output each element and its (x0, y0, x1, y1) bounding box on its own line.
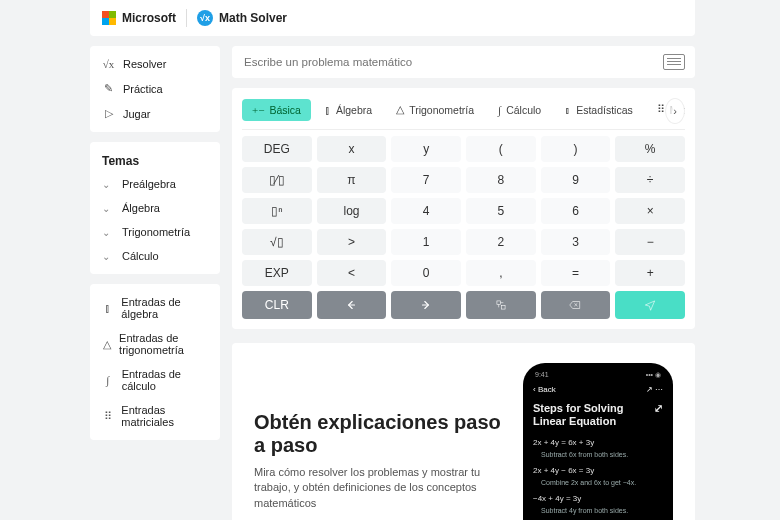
chevron-down-icon: ⌄ (102, 179, 110, 190)
sidebar: √x Resolver ✎ Práctica ▷ Jugar Temas ⌄ P… (90, 46, 220, 520)
key-[interactable]: + (615, 260, 685, 286)
tab-label: Cálculo (506, 104, 541, 116)
trig-icon: △ (396, 103, 404, 116)
chevron-down-icon: ⌄ (102, 251, 110, 262)
phone-step: Combine 2x and 6x to get −4x. (531, 477, 665, 492)
math-solver-logo[interactable]: √x Math Solver (197, 10, 287, 26)
calculator-card: +− Básica ⫿ Álgebra △ Trigonometría ∫ Cá… (232, 88, 695, 329)
keypad: DEGxy()%▯⁄▯π789÷▯ⁿlog456×√▯>123−EXP<0,=+ (242, 136, 685, 286)
search-input[interactable] (232, 46, 663, 78)
topic-label: Álgebra (122, 202, 160, 214)
key-exp[interactable]: EXP (242, 260, 312, 286)
sidebar-item-label: Práctica (123, 83, 163, 95)
key-[interactable]: π (317, 167, 387, 193)
tabs-scroll-right[interactable]: › (665, 98, 685, 124)
topic-calculo[interactable]: ⌄ Cálculo (90, 244, 220, 268)
phone-nav-icons: ↗ ⋯ (646, 385, 663, 394)
key-[interactable]: > (317, 229, 387, 255)
promo-title: Obtén explicaciones paso a paso (254, 411, 503, 457)
promo-card: Obtén explicaciones paso a paso Mira cóm… (232, 343, 695, 520)
topic-trigonometria[interactable]: ⌄ Trigonometría (90, 220, 220, 244)
key-[interactable]: ) (541, 136, 611, 162)
inputs-calculo[interactable]: ∫ Entradas de cálculo (90, 362, 220, 398)
svg-rect-1 (501, 306, 505, 310)
key-[interactable]: % (615, 136, 685, 162)
topic-prealgebra[interactable]: ⌄ Preálgebra (90, 172, 220, 196)
sidebar-nav-card: √x Resolver ✎ Práctica ▷ Jugar (90, 46, 220, 132)
main-content: +− Básica ⫿ Álgebra △ Trigonometría ∫ Cá… (232, 46, 695, 520)
key-[interactable]: < (317, 260, 387, 286)
chevron-down-icon: ⌄ (102, 203, 110, 214)
key-2[interactable]: 2 (466, 229, 536, 255)
inputs-matriciales[interactable]: ⠿ Entradas matriciales (90, 398, 220, 434)
key-4[interactable]: 4 (391, 198, 461, 224)
key-y[interactable]: y (391, 136, 461, 162)
topic-algebra[interactable]: ⌄ Álgebra (90, 196, 220, 220)
key-[interactable]: , (466, 260, 536, 286)
key-0[interactable]: 0 (391, 260, 461, 286)
tab-basica[interactable]: +− Básica (242, 99, 311, 121)
microsoft-icon (102, 11, 116, 25)
key-6[interactable]: 6 (541, 198, 611, 224)
trig-inputs-icon: △ (102, 338, 111, 351)
submit-icon (643, 298, 657, 312)
key-log[interactable]: log (317, 198, 387, 224)
key-8[interactable]: 8 (466, 167, 536, 193)
tab-estadisticas[interactable]: ⫾ Estadísticas (555, 99, 643, 121)
category-tabs: +− Básica ⫿ Álgebra △ Trigonometría ∫ Cá… (242, 98, 685, 130)
key-[interactable]: − (615, 229, 685, 255)
key-5[interactable]: 5 (466, 198, 536, 224)
matrices-icon: ⠿ (657, 103, 665, 116)
microsoft-logo[interactable]: Microsoft (102, 11, 176, 25)
submit-button[interactable] (615, 291, 685, 319)
topics-heading: Temas (90, 148, 220, 172)
key-[interactable]: = (541, 260, 611, 286)
arrow-right-button[interactable] (391, 291, 461, 319)
tab-algebra[interactable]: ⫿ Álgebra (315, 99, 382, 121)
phone-statusbar: 9:41 ••• ◉ (531, 371, 665, 383)
phone-nav: ‹ Back ↗ ⋯ (531, 383, 665, 400)
shuffle-button[interactable] (466, 291, 536, 319)
arrow-left-button[interactable] (317, 291, 387, 319)
separator (186, 9, 187, 27)
top-bar: Microsoft √x Math Solver (90, 0, 695, 36)
inputs-algebra[interactable]: ⫿ Entradas de álgebra (90, 290, 220, 326)
inputs-trigonometria[interactable]: △ Entradas de trigonometría (90, 326, 220, 362)
key-frac[interactable]: ▯⁄▯ (242, 167, 312, 193)
sidebar-item-resolver[interactable]: √x Resolver (90, 52, 220, 76)
key-[interactable]: √▯ (242, 229, 312, 255)
tab-trigonometria[interactable]: △ Trigonometría (386, 98, 484, 121)
backspace-button[interactable] (541, 291, 611, 319)
app-name: Math Solver (219, 11, 287, 25)
tab-calculo[interactable]: ∫ Cálculo (488, 99, 551, 121)
key-9[interactable]: 9 (541, 167, 611, 193)
clear-button[interactable]: CLR (242, 291, 312, 319)
key-deg[interactable]: DEG (242, 136, 312, 162)
key-[interactable]: ( (466, 136, 536, 162)
promo-body: Mira cómo resolver los problemas y mostr… (254, 465, 503, 511)
phone-signal-icon: ••• ◉ (646, 371, 661, 379)
sidebar-item-practica[interactable]: ✎ Práctica (90, 76, 220, 101)
keyboard-icon[interactable] (663, 54, 685, 70)
key-1[interactable]: 1 (391, 229, 461, 255)
key-[interactable]: × (615, 198, 685, 224)
algebra-inputs-icon: ⫿ (102, 302, 113, 314)
phone-step: Subtract 6x from both sides. (531, 449, 665, 464)
key-7[interactable]: 7 (391, 167, 461, 193)
key-3[interactable]: 3 (541, 229, 611, 255)
arrow-left-icon (344, 298, 358, 312)
key-x[interactable]: x (317, 136, 387, 162)
math-solver-icon: √x (197, 10, 213, 26)
phone-back: ‹ Back (533, 385, 556, 394)
shuffle-icon (494, 298, 508, 312)
arrow-right-icon (419, 298, 433, 312)
resolver-icon: √x (102, 58, 115, 70)
phone-step: Subtract 4y from both sides. (531, 505, 665, 520)
key-pow[interactable]: ▯ⁿ (242, 198, 312, 224)
phone-title-row: Steps for Solving Linear Equation ⤢ (531, 400, 665, 436)
sidebar-item-label: Resolver (123, 58, 166, 70)
keypad-actions: CLR (242, 291, 685, 319)
inputs-label: Entradas de álgebra (121, 296, 208, 320)
sidebar-item-jugar[interactable]: ▷ Jugar (90, 101, 220, 126)
key-[interactable]: ÷ (615, 167, 685, 193)
